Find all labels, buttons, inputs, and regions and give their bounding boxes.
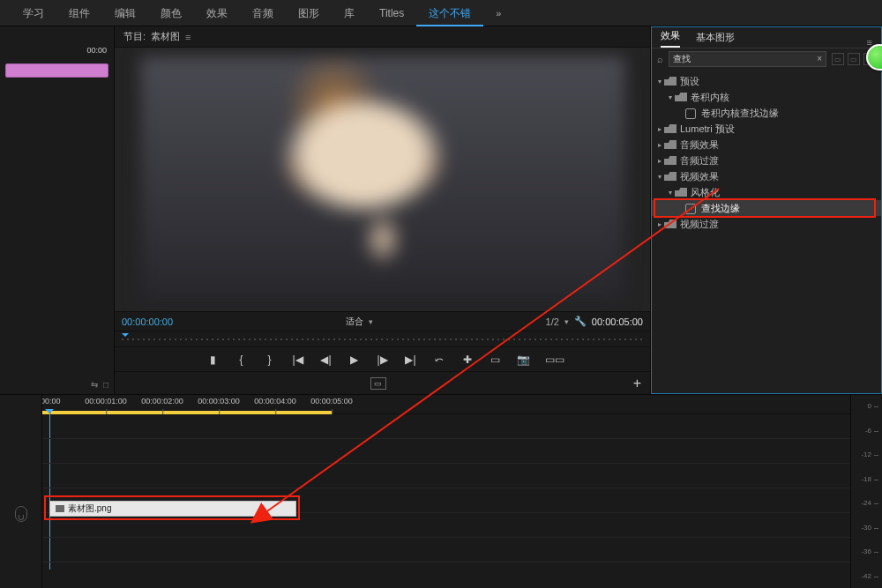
timeline-clip[interactable]: 素材图.png bbox=[49, 501, 296, 517]
menu-item-0[interactable]: 学习 bbox=[11, 0, 56, 26]
image-icon bbox=[56, 505, 64, 512]
menu-item-7[interactable]: 库 bbox=[332, 0, 367, 26]
timeline-tool-strip bbox=[0, 395, 42, 588]
workspace: 00:00 ⇆ □ 节目: 素材图 ≡ 00:00:00:00 适合 bbox=[0, 26, 882, 394]
tree-node-0[interactable]: ▾预设 bbox=[652, 73, 881, 89]
search-input[interactable]: 查找 × bbox=[669, 51, 826, 67]
chevron-down-icon[interactable]: ▾ bbox=[666, 93, 675, 101]
tree-label: 卷积内核 bbox=[691, 91, 729, 104]
wrench-icon[interactable]: 🔧 bbox=[574, 316, 587, 327]
chevron-down-icon[interactable]: ▾ bbox=[666, 189, 675, 197]
program-status-bar: 00:00:00:00 适合 ▾ 1/2 ▾ 🔧 00:00:05:00 bbox=[115, 311, 650, 331]
chevron-right-icon[interactable]: ▸ bbox=[655, 157, 664, 165]
db-label: -6 bbox=[857, 427, 878, 435]
tree-node-5[interactable]: ▸音频过渡 bbox=[652, 153, 881, 168]
clear-icon[interactable]: × bbox=[817, 51, 822, 67]
zoom-label[interactable]: 1/2 bbox=[546, 316, 559, 327]
timeline-tracks[interactable]: 素材图.png bbox=[42, 414, 850, 569]
lift-button[interactable]: ⤺ bbox=[432, 354, 446, 366]
workspace-menu: 学习 组件 编辑 颜色 效果 音频 图形 库 Titles 这个不错 » bbox=[0, 0, 882, 26]
compare-button[interactable]: ▭▭ bbox=[545, 354, 559, 366]
ruler-tick: 00:00:03:00 bbox=[198, 397, 240, 406]
tree-node-9[interactable]: ▸视频过渡 bbox=[652, 216, 881, 232]
out-point-button[interactable]: } bbox=[263, 354, 277, 366]
db-label: -24 bbox=[857, 499, 878, 508]
tab-essential-graphics[interactable]: 基本图形 bbox=[696, 31, 735, 48]
track-v3[interactable] bbox=[42, 414, 850, 439]
settings-button[interactable]: ▭ bbox=[370, 377, 386, 390]
timeline-ruler[interactable]: :00:0000:00:01:0000:00:02:0000:00:03:000… bbox=[42, 395, 850, 414]
tree-node-7[interactable]: ▾风格化 bbox=[652, 184, 881, 200]
in-point-button[interactable]: { bbox=[235, 354, 249, 366]
scrub-track bbox=[122, 339, 643, 340]
track-v1[interactable] bbox=[42, 464, 850, 488]
go-to-in-button[interactable]: |◀ bbox=[291, 354, 305, 366]
marker-button[interactable]: ▮ bbox=[206, 354, 220, 366]
menu-overflow[interactable]: » bbox=[483, 8, 513, 19]
tree-label: 音频效果 bbox=[680, 138, 719, 152]
current-timecode[interactable]: 00:00:00:00 bbox=[122, 316, 173, 327]
extract-button[interactable]: ✚ bbox=[460, 354, 475, 366]
menu-item-1[interactable]: 组件 bbox=[56, 0, 102, 26]
scrub-bar[interactable] bbox=[115, 331, 650, 346]
timeline-main[interactable]: :00:0000:00:01:0000:00:02:0000:00:03:000… bbox=[42, 395, 850, 588]
chevron-right-icon[interactable]: ▸ bbox=[655, 141, 664, 149]
chevron-down-icon[interactable]: ▾ bbox=[655, 173, 664, 181]
tab-effects[interactable]: 效果 bbox=[661, 29, 680, 48]
track-a2[interactable] bbox=[42, 513, 850, 538]
folder-icon bbox=[664, 156, 676, 165]
search-icon: ⌕ bbox=[657, 54, 663, 64]
tree-node-1[interactable]: ▾卷积内核 bbox=[652, 89, 881, 105]
source-icon-2[interactable]: □ bbox=[103, 380, 108, 390]
db-label: -42 bbox=[857, 572, 878, 581]
preview-image bbox=[140, 56, 625, 303]
audio-meter: 0-6-12-18-24-30-36-42 bbox=[850, 395, 882, 588]
step-back-button[interactable]: ◀| bbox=[319, 354, 333, 366]
chevron-right-icon[interactable]: ▸ bbox=[655, 125, 664, 133]
menu-item-5[interactable]: 音频 bbox=[240, 0, 286, 26]
folder-icon bbox=[664, 220, 676, 228]
chevron-down-icon[interactable]: ▾ bbox=[564, 317, 569, 326]
preset-icon-2[interactable]: ▭ bbox=[848, 53, 860, 65]
microphone-icon[interactable] bbox=[15, 506, 27, 522]
tree-node-3[interactable]: ▸Lumetri 预设 bbox=[652, 121, 881, 137]
chevron-right-icon[interactable]: ▸ bbox=[655, 220, 664, 228]
scrub-playhead[interactable] bbox=[122, 333, 129, 346]
track-a3[interactable] bbox=[42, 538, 850, 562]
timeline-panel: :00:0000:00:01:0000:00:02:0000:00:03:000… bbox=[0, 394, 882, 588]
menu-item-8[interactable]: Titles bbox=[367, 0, 416, 26]
tree-node-2[interactable]: 卷积内核查找边缘 bbox=[652, 105, 881, 121]
hamburger-icon[interactable]: ≡ bbox=[185, 32, 191, 42]
preset-icon-1[interactable]: ▭ bbox=[832, 53, 844, 65]
folder-icon bbox=[664, 77, 676, 86]
db-label: -18 bbox=[857, 475, 878, 484]
add-button[interactable]: + bbox=[633, 376, 641, 391]
program-header: 节目: 素材图 ≡ bbox=[115, 26, 650, 48]
source-body bbox=[0, 79, 114, 375]
play-button[interactable]: ▶ bbox=[348, 354, 362, 366]
go-to-out-button[interactable]: ▶| bbox=[404, 354, 418, 366]
fit-selector[interactable]: 适合 ▾ bbox=[346, 316, 373, 328]
transport-controls: ▮ { } |◀ ◀| ▶ |▶ ▶| ⤺ ✚ ▭ 📷 ▭▭ bbox=[115, 346, 650, 371]
program-viewer[interactable] bbox=[115, 48, 650, 311]
source-clip[interactable] bbox=[5, 63, 108, 78]
menu-item-4[interactable]: 效果 bbox=[194, 0, 240, 26]
tree-label: 视频效果 bbox=[680, 170, 719, 183]
tree-node-8[interactable]: 查找边缘 bbox=[652, 200, 881, 216]
track-v2[interactable] bbox=[42, 439, 850, 464]
menu-item-3[interactable]: 颜色 bbox=[148, 0, 194, 26]
chevron-down-icon[interactable]: ▾ bbox=[655, 78, 664, 86]
export-frame-button[interactable]: ▭ bbox=[489, 354, 503, 366]
menu-item-9[interactable]: 这个不错 bbox=[416, 0, 483, 26]
tree-node-6[interactable]: ▾视频效果 bbox=[652, 168, 881, 184]
source-icon-1[interactable]: ⇆ bbox=[91, 380, 98, 390]
effects-panel: 效果 基本图形 ≡ ⌕ 查找 × ▭ ▭ ▭ ▾预设▾卷积内核卷积内核查找边缘▸… bbox=[651, 26, 882, 394]
folder-icon bbox=[675, 93, 687, 101]
menu-item-6[interactable]: 图形 bbox=[286, 0, 332, 26]
tree-node-4[interactable]: ▸音频效果 bbox=[652, 137, 881, 153]
tree-label: 查找边缘 bbox=[701, 202, 740, 215]
menu-item-2[interactable]: 编辑 bbox=[102, 0, 148, 26]
program-tool-row: ▭ + bbox=[115, 371, 650, 394]
camera-icon[interactable]: 📷 bbox=[517, 354, 531, 366]
step-forward-button[interactable]: |▶ bbox=[376, 354, 390, 366]
